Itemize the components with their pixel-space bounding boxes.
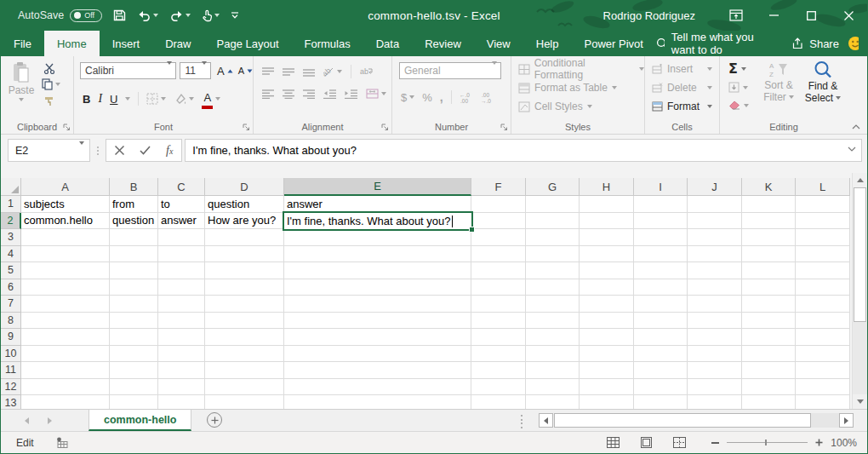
cell-C11[interactable] — [158, 362, 205, 379]
cell-A10[interactable] — [21, 346, 110, 363]
wrap-text-icon[interactable]: ab — [360, 66, 373, 77]
cell-E6[interactable] — [284, 279, 471, 296]
cell-F4[interactable] — [471, 246, 526, 263]
cell-J12[interactable] — [688, 379, 742, 396]
fill-handle[interactable] — [469, 227, 475, 233]
cell-D3[interactable] — [205, 229, 284, 246]
feedback-smiley-icon[interactable] — [848, 36, 859, 51]
tab-help[interactable]: Help — [523, 31, 572, 56]
cell-E8[interactable] — [284, 313, 471, 330]
scroll-up-button[interactable] — [853, 173, 867, 187]
merge-center-button[interactable] — [366, 89, 386, 99]
column-header-B[interactable]: B — [110, 178, 158, 196]
cell-D8[interactable] — [205, 313, 284, 330]
cell-E5[interactable] — [284, 262, 471, 279]
cell-H5[interactable] — [580, 262, 634, 279]
cell-H3[interactable] — [580, 229, 634, 246]
sort-filter-button[interactable]: A Z Sort & Filter — [760, 60, 797, 103]
tab-file[interactable]: File — [1, 31, 44, 56]
cell-J10[interactable] — [688, 346, 742, 363]
cell-B7[interactable] — [110, 296, 158, 313]
touch-mode-dropdown-arrow[interactable] — [214, 14, 220, 17]
clear-button[interactable] — [728, 101, 749, 111]
cell-D7[interactable] — [205, 296, 284, 313]
cell-I4[interactable] — [634, 246, 688, 263]
horizontal-scroll-thumb[interactable] — [554, 413, 811, 428]
cell-K7[interactable] — [742, 296, 796, 313]
cell-L12[interactable] — [796, 379, 850, 396]
cell-K9[interactable] — [742, 329, 796, 346]
cell-F10[interactable] — [471, 346, 526, 363]
format-as-table-button[interactable]: Format as Table — [511, 78, 644, 97]
increase-indent-icon[interactable] — [345, 89, 357, 99]
cell-G1[interactable] — [526, 196, 580, 213]
cell-K6[interactable] — [742, 279, 796, 296]
accounting-dropdown-arrow[interactable] — [409, 95, 414, 99]
cell-H7[interactable] — [580, 296, 634, 313]
cell-K2[interactable] — [742, 213, 796, 230]
cell-D10[interactable] — [205, 346, 284, 363]
cell-F5[interactable] — [471, 262, 526, 279]
tab-review[interactable]: Review — [412, 31, 474, 56]
italic-button[interactable]: I — [98, 92, 102, 106]
cell-A6[interactable] — [21, 279, 110, 296]
decrease-font-button[interactable]: A — [237, 62, 253, 79]
cell-I11[interactable] — [634, 362, 688, 379]
format-cells-button[interactable]: Format — [645, 97, 719, 116]
insert-function-button[interactable]: fx — [166, 144, 173, 158]
conditional-formatting-button[interactable]: Conditional Formatting — [511, 60, 644, 78]
zoom-out-button[interactable] — [711, 442, 719, 444]
row-header-1[interactable]: 1 — [1, 196, 21, 213]
autosave-toggle[interactable]: Off — [70, 9, 102, 22]
name-box-dropdown-arrow[interactable] — [79, 141, 84, 157]
cell-B2[interactable]: question — [110, 213, 158, 230]
clear-arrow[interactable] — [744, 104, 749, 107]
cell-G3[interactable] — [526, 229, 580, 246]
tell-me-search[interactable]: Tell me what you want to do — [656, 31, 782, 56]
scroll-down-button[interactable] — [853, 394, 867, 409]
enter-edit-icon[interactable] — [140, 146, 151, 155]
previous-sheet-button[interactable] — [25, 417, 29, 424]
cut-button[interactable] — [43, 63, 56, 74]
cell-K4[interactable] — [742, 246, 796, 263]
row-header-4[interactable]: 4 — [1, 246, 21, 263]
cell-L3[interactable] — [796, 229, 850, 246]
close-button[interactable] — [830, 0, 867, 31]
cell-L9[interactable] — [796, 329, 850, 346]
cell-J8[interactable] — [688, 313, 742, 330]
cell-G12[interactable] — [526, 379, 580, 396]
cell-F11[interactable] — [471, 362, 526, 379]
cell-C4[interactable] — [158, 246, 205, 263]
sheet-tab-common-hello[interactable]: common-hello — [89, 410, 191, 431]
expand-formula-bar-icon[interactable] — [848, 147, 856, 152]
cell-L1[interactable] — [796, 196, 850, 213]
cell-K11[interactable] — [742, 362, 796, 379]
cell-F7[interactable] — [471, 296, 526, 313]
delete-cells-button[interactable]: Delete — [645, 78, 719, 97]
cell-K1[interactable] — [742, 196, 796, 213]
cell-H8[interactable] — [580, 313, 634, 330]
tab-formulas[interactable]: Formulas — [292, 31, 363, 56]
clipboard-dialog-launcher[interactable] — [63, 124, 71, 131]
h-scroll-right-button[interactable] — [839, 413, 854, 428]
cell-D9[interactable] — [205, 329, 284, 346]
minimize-button[interactable] — [755, 0, 792, 31]
format-painter-button[interactable] — [43, 95, 55, 106]
horizontal-scroll-track[interactable] — [811, 413, 839, 428]
column-header-L[interactable]: L — [796, 178, 850, 196]
increase-font-button[interactable]: A — [214, 62, 233, 79]
column-header-G[interactable]: G — [526, 178, 580, 196]
cell-I1[interactable] — [634, 196, 688, 213]
select-all-corner[interactable] — [1, 178, 21, 196]
row-header-5[interactable]: 5 — [1, 262, 21, 279]
formula-input[interactable]: I'm fine, thanks. What about you? — [185, 139, 862, 162]
undo-dropdown-arrow[interactable] — [153, 14, 158, 17]
cell-F6[interactable] — [471, 279, 526, 296]
cell-D2[interactable]: How are you? — [205, 213, 284, 230]
increase-decimal-icon[interactable]: ←.0.00 — [460, 92, 473, 103]
cell-E10[interactable] — [284, 346, 471, 363]
cell-E11[interactable] — [284, 362, 471, 379]
cell-B12[interactable] — [110, 379, 158, 396]
cell-I7[interactable] — [634, 296, 688, 313]
vertical-scroll-track[interactable] — [853, 322, 867, 394]
